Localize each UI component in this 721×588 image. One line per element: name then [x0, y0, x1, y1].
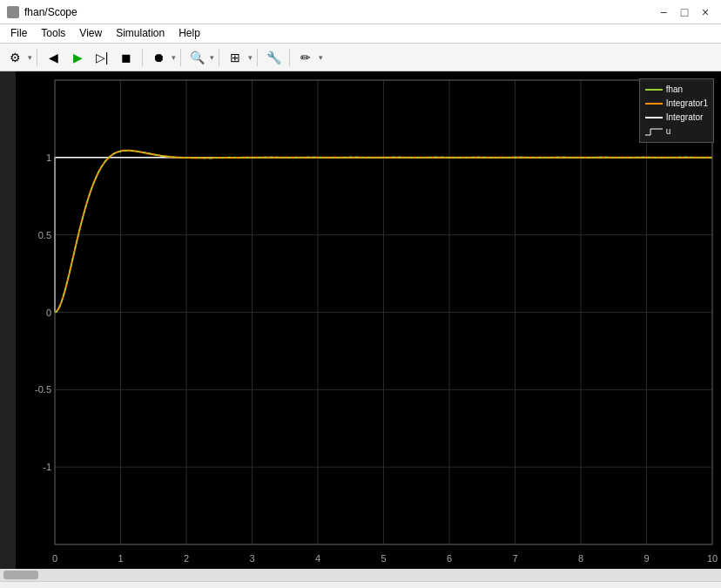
menu-help[interactable]: Help	[172, 26, 207, 41]
menu-file[interactable]: File	[3, 26, 34, 41]
scope-canvas[interactable]	[16, 71, 721, 569]
prev-button[interactable]: ◀	[42, 46, 64, 69]
bottom-scrollbar[interactable]	[0, 569, 721, 581]
legend-item-integrator: Integrator	[645, 111, 708, 125]
scope-icon	[7, 6, 19, 18]
legend-item-u: u	[645, 125, 708, 139]
separator-6	[289, 49, 290, 66]
title-controls: − □ ×	[655, 3, 714, 21]
legend-line-integrator1	[645, 103, 663, 105]
pencil-button[interactable]: ✏	[294, 46, 317, 69]
legend: fhan Integrator1 Integrator u	[639, 78, 714, 143]
legend-line-u	[645, 127, 663, 136]
legend-label-u: u	[666, 125, 671, 139]
stop-button[interactable]: ◼	[115, 46, 138, 69]
settings-button[interactable]: ⚙	[3, 46, 26, 69]
legend-line-fhan	[645, 89, 663, 91]
maximize-button[interactable]: □	[676, 3, 693, 21]
legend-line-integrator	[645, 117, 663, 118]
tools-button[interactable]: 🔧	[262, 46, 285, 69]
autoscale-button[interactable]: ⊞	[224, 46, 246, 69]
separator-5	[257, 49, 258, 66]
zoom-button[interactable]: 🔍	[185, 46, 208, 69]
toolbar: ⚙ ▾ ◀ ▶ ▷| ◼ ⏺ ▾ 🔍 ▾ ⊞ ▾ 🔧 ✏ ▾	[0, 44, 721, 71]
legend-label-integrator1: Integrator1	[666, 97, 708, 111]
play-button[interactable]: ▶	[66, 46, 89, 69]
close-button[interactable]: ×	[697, 3, 714, 21]
step-button[interactable]: ▷|	[91, 46, 113, 69]
separator-3	[180, 49, 181, 66]
separator-2	[142, 49, 143, 66]
window-title: fhan/Scope	[24, 6, 77, 18]
menu-bar: File Tools View Simulation Help	[0, 24, 721, 44]
left-panel	[0, 71, 16, 569]
title-bar: fhan/Scope − □ ×	[0, 0, 721, 24]
menu-view[interactable]: View	[72, 26, 109, 41]
legend-item-integrator1: Integrator1	[645, 97, 708, 111]
title-left: fhan/Scope	[7, 6, 77, 18]
legend-label-integrator: Integrator	[666, 111, 704, 125]
plot-container[interactable]: fhan Integrator1 Integrator u	[16, 71, 721, 569]
menu-tools[interactable]: Tools	[34, 26, 72, 41]
left-panel-inner	[0, 71, 16, 569]
status-bar: Ready Sample based T=10.0/0	[0, 581, 721, 588]
separator-4	[219, 49, 219, 66]
menu-simulation[interactable]: Simulation	[109, 26, 172, 41]
record-button[interactable]: ⏺	[147, 46, 170, 69]
legend-item-fhan: fhan	[645, 83, 708, 97]
legend-label-fhan: fhan	[666, 83, 683, 97]
separator-1	[37, 49, 37, 66]
main-content: fhan Integrator1 Integrator u	[0, 71, 721, 569]
minimize-button[interactable]: −	[655, 3, 672, 21]
